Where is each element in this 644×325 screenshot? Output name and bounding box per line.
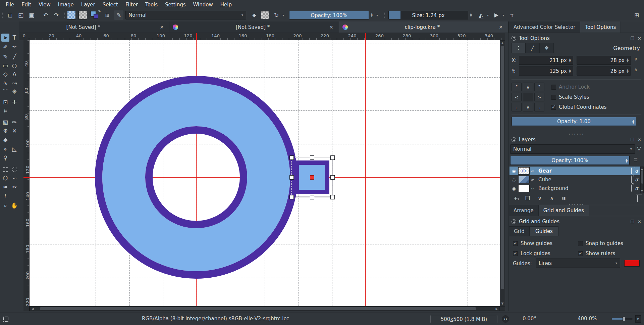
tool-bezier-select[interactable]: ∾ <box>10 183 18 191</box>
checkbox[interactable] <box>513 241 518 246</box>
document-tab-2[interactable]: [Not Saved] *✕ <box>169 21 339 33</box>
toolbar-grip[interactable] <box>64 12 65 18</box>
tool-measure[interactable]: ◺ <box>10 145 18 153</box>
vertical-scrollbar[interactable]: ▲ ▼ <box>500 40 505 306</box>
checkbox-anchor-lock[interactable]: Anchor Lock <box>551 84 590 90</box>
line-subtab[interactable]: ╱ <box>526 43 540 53</box>
reload-preset-button[interactable]: ↻ <box>272 10 281 20</box>
layer-locked-icon[interactable] <box>630 185 633 191</box>
close-tab-icon[interactable]: ✕ <box>158 25 166 30</box>
chevron-down-icon[interactable]: ▾ <box>376 14 378 17</box>
layer-row-cube[interactable]: ◌▱Cubeα <box>509 175 640 184</box>
redo-button[interactable]: ↷ <box>52 10 61 20</box>
anchor-button-2[interactable]: ⌝ <box>534 83 544 91</box>
anchor-button-5[interactable]: > <box>534 93 544 101</box>
chevron-down-icon[interactable]: ▾ <box>282 14 284 17</box>
layer-properties-button[interactable]: ≋ <box>559 195 569 202</box>
tool-calligraphy[interactable]: ✒ <box>10 43 18 51</box>
aspect-ratio-lock-icon[interactable]: ∞ <box>634 57 638 61</box>
tool-polyline[interactable]: Λ <box>10 70 18 78</box>
selection-handle[interactable] <box>330 155 335 160</box>
tool-multibrush[interactable]: ✳ <box>10 88 18 96</box>
tool-gradient[interactable]: ▧ <box>1 118 9 126</box>
gradient-chooser[interactable] <box>67 11 76 19</box>
subtab-grid[interactable]: Grid <box>509 226 530 236</box>
tool-rect-select[interactable] <box>1 165 9 173</box>
layer-unlocked-icon[interactable] <box>630 168 633 174</box>
close-tab-icon[interactable]: ✕ <box>497 25 505 30</box>
menu-edit[interactable]: Edit <box>18 1 35 9</box>
tab-grid-and-guides[interactable]: Grid and Guides <box>539 205 589 216</box>
layer-row-gear[interactable]: ◉⚙▱Gearα <box>509 167 640 175</box>
selection-status-icon[interactable] <box>3 317 8 322</box>
layer-alpha-icon[interactable]: α <box>633 168 640 174</box>
vertical-mirror-button[interactable]: ▶ <box>492 10 501 20</box>
selection-handle[interactable] <box>289 155 294 160</box>
chevron-down-icon[interactable]: ▾ <box>502 14 504 17</box>
menu-window[interactable]: Window <box>190 1 217 9</box>
new-document-button[interactable]: ◻ <box>5 10 15 20</box>
zoom-fit-button[interactable]: ▫ <box>635 315 641 323</box>
chevron-down-icon[interactable]: ▾ <box>518 197 519 201</box>
fill-subtab[interactable]: ❖ <box>540 43 554 53</box>
zoom-slider-thumb[interactable] <box>623 317 625 321</box>
selection-handle[interactable] <box>330 195 335 199</box>
selection-center-point[interactable] <box>310 175 314 180</box>
tool-fill-bucket[interactable]: ◆ <box>1 136 9 144</box>
anchor-button-3[interactable]: < <box>512 93 522 101</box>
docker-lock-icon[interactable] <box>512 36 516 41</box>
layer-filter-icon[interactable]: ▽ <box>637 146 641 151</box>
subtab-guides[interactable]: Guides <box>530 226 558 236</box>
move-layer-up-button[interactable]: ∧ <box>547 195 556 202</box>
anchor-button-8[interactable]: ⌟ <box>534 103 544 111</box>
selection-handle[interactable] <box>330 175 335 180</box>
close-docker-icon[interactable]: ✕ <box>638 36 641 41</box>
checkbox[interactable] <box>551 85 556 90</box>
height-field[interactable]: 26 px ▲▼ <box>577 66 631 76</box>
blend-mode-combobox[interactable]: Normal ▾ <box>125 11 246 19</box>
layer-alpha-icon[interactable]: α <box>633 185 640 191</box>
tool-bezier-curve[interactable]: ∿ <box>1 79 9 87</box>
tool-freehand-path[interactable]: ↝ <box>10 79 18 87</box>
tool-text[interactable]: T <box>10 34 18 42</box>
checkbox[interactable] <box>551 105 556 110</box>
float-docker-icon[interactable]: ❐ <box>630 36 634 41</box>
layer-list-scrollbar[interactable]: ▲ ▼ <box>640 167 644 193</box>
canvas-viewport[interactable] <box>30 40 500 306</box>
tool-select-shapes[interactable]: ➤ <box>1 34 9 42</box>
document-tab-3[interactable]: clip-logo.kra *✕ <box>339 21 508 33</box>
menu-image[interactable]: Image <box>54 1 77 9</box>
tool-color-sampler[interactable]: ✑ <box>10 118 18 126</box>
shape-opacity-slider[interactable]: Opacity: 1.00 ▲▼ <box>512 117 636 126</box>
anchor-button-4[interactable] <box>523 93 533 101</box>
layer-hidden-icon[interactable]: ◌ <box>509 178 518 182</box>
edit-brush-settings-button[interactable]: ✎ <box>114 10 123 20</box>
horizontal-scrollbar[interactable]: ◀ ▶ <box>30 306 500 311</box>
menu-layer[interactable]: Layer <box>77 1 99 9</box>
zoom-slider[interactable] <box>612 318 633 320</box>
scroll-down-arrow[interactable]: ▼ <box>641 189 643 193</box>
docker-lock-icon[interactable] <box>512 137 516 142</box>
layer-options-menu-icon[interactable]: ≣ <box>634 157 638 162</box>
document-tab-1[interactable]: [Not Saved] *✕ <box>0 21 169 33</box>
tool-smart-patch[interactable]: ❋ <box>1 127 9 135</box>
docker-lock-icon[interactable] <box>512 219 516 224</box>
tool-magnetic-select[interactable]: ≀ <box>1 191 9 199</box>
close-docker-icon[interactable]: ✕ <box>638 220 641 224</box>
selection-handle[interactable] <box>310 195 314 199</box>
tool-pan[interactable]: ✋ <box>10 201 18 210</box>
swap-colors-icon[interactable]: ⇅ <box>98 10 101 13</box>
float-docker-icon[interactable]: ❐ <box>630 220 634 224</box>
tool-crop[interactable]: ⌗ <box>1 107 9 115</box>
tool-freehand-brush[interactable]: ✎ <box>1 53 9 61</box>
tool-zoom[interactable]: ⌕ <box>1 201 9 210</box>
background-color[interactable] <box>94 14 98 19</box>
close-tab-icon[interactable]: ✕ <box>327 25 335 30</box>
delete-layer-button[interactable] <box>637 195 638 201</box>
checkbox-snap-to-guides[interactable]: Snap to guides <box>578 240 623 246</box>
menu-select[interactable]: Select <box>99 1 122 9</box>
layer-visible-icon[interactable]: ◉ <box>509 169 518 173</box>
tool-reference-images[interactable]: ⚲ <box>1 154 9 162</box>
tool-freehand-select[interactable]: ∽ <box>10 174 18 182</box>
menu-tools[interactable]: Tools <box>142 1 161 9</box>
